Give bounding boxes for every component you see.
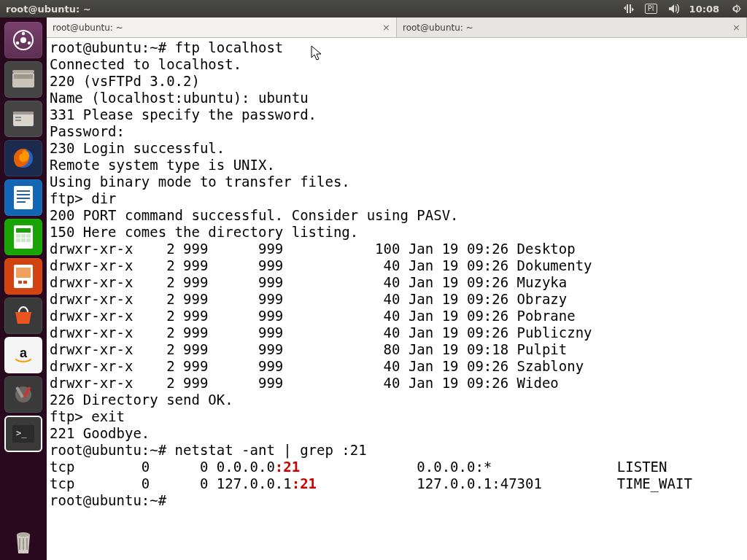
command: netstat -ant | grep :21 xyxy=(175,442,367,458)
dir-row: drwxr-xr-x 2 999 999 40 Jan 19 09:26 Dok… xyxy=(50,257,592,273)
svg-point-36 xyxy=(17,532,30,537)
svg-rect-17 xyxy=(17,201,26,203)
dir-row: drwxr-xr-x 2 999 999 40 Jan 19 09:26 Muz… xyxy=(50,274,567,290)
prompt: root@ubuntu:~# xyxy=(50,39,175,55)
network-icon[interactable] xyxy=(623,3,635,15)
gear-icon[interactable] xyxy=(729,3,741,15)
svg-rect-39 xyxy=(26,538,28,550)
launcher-writer[interactable] xyxy=(4,179,42,216)
svg-rect-29 xyxy=(23,281,27,284)
command: exit xyxy=(91,408,125,424)
clock[interactable]: 10:08 xyxy=(689,4,719,15)
svg-text:>_: >_ xyxy=(16,428,27,438)
output-line: Connected to localhost. xyxy=(50,56,241,72)
svg-rect-9 xyxy=(13,112,34,114)
terminal-output[interactable]: root@ubuntu:~# ftp localhost Connected t… xyxy=(47,38,747,560)
svg-rect-11 xyxy=(15,120,21,121)
top-menubar: root@ubuntu: ~ Pl 10:08 xyxy=(0,0,747,18)
output-line: 150 Here comes the directory listing. xyxy=(50,224,358,240)
grep-highlight: :21 xyxy=(292,475,317,491)
terminal-tabbar: root@ubuntu: ~ × root@ubuntu: ~ × xyxy=(47,18,747,38)
launcher-calc[interactable] xyxy=(4,219,42,255)
dir-row: drwxr-xr-x 2 999 999 40 Jan 19 09:26 Pub… xyxy=(50,324,592,341)
launcher-files[interactable] xyxy=(4,61,42,98)
netstat-row: 0.0.0.0:* LISTEN xyxy=(300,459,709,475)
svg-rect-22 xyxy=(26,234,31,238)
svg-rect-16 xyxy=(17,198,30,199)
prompt: root@ubuntu:~# xyxy=(50,492,175,508)
terminal-tab-2[interactable]: root@ubuntu: ~ × xyxy=(397,18,747,37)
output-line: 220 (vsFTPd 3.0.2) xyxy=(50,73,200,89)
terminal-window: root@ubuntu: ~ × root@ubuntu: ~ × root@u… xyxy=(47,18,747,560)
unity-launcher: a >_ xyxy=(0,18,47,560)
svg-point-1 xyxy=(22,32,25,35)
svg-point-4 xyxy=(20,37,26,43)
launcher-firefox[interactable] xyxy=(4,140,42,176)
output-line: Password: xyxy=(50,123,125,139)
svg-rect-7 xyxy=(12,70,34,73)
svg-rect-15 xyxy=(17,194,30,195)
svg-text:a: a xyxy=(20,346,28,360)
dir-row: drwxr-xr-x 2 999 999 40 Jan 19 09:26 Wid… xyxy=(50,375,559,391)
sound-icon[interactable] xyxy=(667,3,679,15)
command: ftp localhost xyxy=(175,39,284,55)
output-line: 200 PORT command successful. Consider us… xyxy=(50,207,459,223)
output-line: 230 Login successful. xyxy=(50,140,225,156)
dir-row: drwxr-xr-x 2 999 999 80 Jan 19 09:18 Pul… xyxy=(50,341,567,357)
svg-rect-20 xyxy=(16,234,20,238)
output-line: 226 Directory send OK. xyxy=(50,392,233,408)
output-line: Remote system type is UNIX. xyxy=(50,157,275,173)
command: dir xyxy=(91,190,116,206)
output-line: Name (localhost:ubuntu): ubuntu xyxy=(50,90,309,106)
launcher-trash[interactable] xyxy=(4,524,42,560)
svg-rect-14 xyxy=(17,190,30,192)
launcher-settings[interactable] xyxy=(4,376,42,413)
dir-row: drwxr-xr-x 2 999 999 100 Jan 19 09:26 De… xyxy=(50,241,576,257)
svg-rect-19 xyxy=(16,228,31,233)
terminal-tab-1[interactable]: root@ubuntu: ~ × xyxy=(47,18,397,37)
svg-point-2 xyxy=(28,42,31,44)
netstat-row: tcp 0 0 127.0.0.1 xyxy=(50,475,292,491)
close-icon[interactable]: × xyxy=(382,22,390,33)
svg-rect-21 xyxy=(21,234,26,238)
svg-rect-10 xyxy=(15,117,21,118)
keyboard-indicator[interactable]: Pl xyxy=(645,4,657,14)
window-title: root@ubuntu: ~ xyxy=(6,4,623,15)
launcher-dash[interactable] xyxy=(4,22,42,58)
svg-point-3 xyxy=(16,42,19,44)
grep-highlight: :21 xyxy=(275,459,300,475)
launcher-amazon[interactable]: a xyxy=(4,337,42,373)
output-line: 331 Please specify the password. xyxy=(50,106,317,122)
svg-rect-37 xyxy=(19,538,20,550)
netstat-row: tcp 0 0 0.0.0.0 xyxy=(50,459,275,475)
svg-rect-27 xyxy=(16,268,31,278)
svg-rect-25 xyxy=(26,238,31,242)
svg-rect-6 xyxy=(14,74,33,79)
dir-row: drwxr-xr-x 2 999 999 40 Jan 19 09:26 Pob… xyxy=(50,308,576,324)
launcher-software-center[interactable] xyxy=(4,298,42,334)
launcher-nautilus[interactable] xyxy=(4,101,42,137)
output-line: Using binary mode to transfer files. xyxy=(50,174,350,190)
launcher-impress[interactable] xyxy=(4,258,42,295)
indicator-area: Pl 10:08 xyxy=(623,3,741,15)
tab-title: root@ubuntu: ~ xyxy=(403,23,732,33)
workspace: root@ubuntu: ~ × root@ubuntu: ~ × root@u… xyxy=(47,18,747,560)
netstat-row: 127.0.0.1:47301 TIME_WAIT xyxy=(317,475,709,491)
ftp-prompt: ftp> xyxy=(50,190,91,206)
close-icon[interactable]: × xyxy=(732,22,740,33)
tab-title: root@ubuntu: ~ xyxy=(53,23,382,33)
ftp-prompt: ftp> xyxy=(50,408,91,424)
launcher-terminal[interactable]: >_ xyxy=(4,416,42,452)
svg-rect-24 xyxy=(21,238,26,242)
output-line: 221 Goodbye. xyxy=(50,425,150,441)
dir-row: drwxr-xr-x 2 999 999 40 Jan 19 09:26 Obr… xyxy=(50,291,567,307)
svg-rect-23 xyxy=(16,238,20,242)
prompt: root@ubuntu:~# xyxy=(50,442,175,458)
svg-rect-28 xyxy=(18,281,22,284)
dir-row: drwxr-xr-x 2 999 999 40 Jan 19 09:26 Sza… xyxy=(50,358,584,374)
svg-rect-38 xyxy=(23,538,24,550)
